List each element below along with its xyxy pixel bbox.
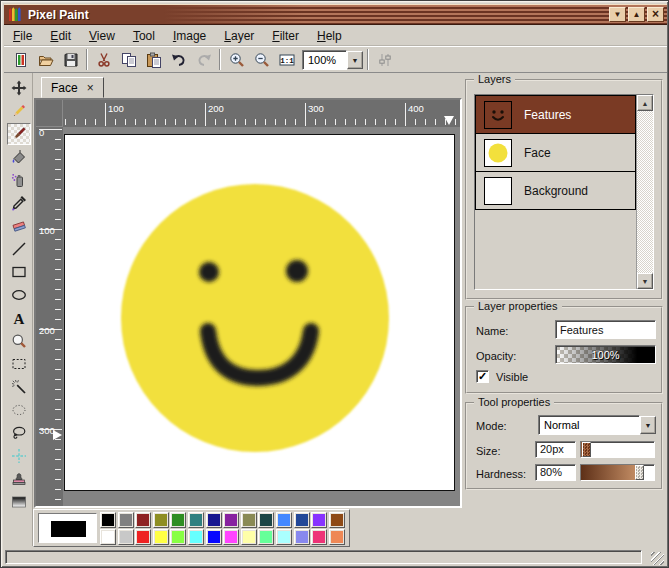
- color-swatch[interactable]: [294, 529, 310, 545]
- color-swatch[interactable]: [311, 512, 327, 528]
- color-swatch[interactable]: [276, 529, 292, 545]
- magnifier-tool[interactable]: [7, 330, 31, 352]
- line-tool[interactable]: [7, 238, 31, 260]
- new-file-icon[interactable]: [8, 48, 33, 71]
- menu-help[interactable]: Help: [308, 27, 351, 45]
- color-swatch[interactable]: [223, 529, 239, 545]
- color-swatch[interactable]: [170, 512, 186, 528]
- scroll-up-icon[interactable]: ▲: [637, 95, 653, 111]
- magic-wand-tool[interactable]: [7, 376, 31, 398]
- lasso-tool[interactable]: [7, 422, 31, 444]
- color-swatch[interactable]: [329, 529, 345, 545]
- color-swatch[interactable]: [153, 529, 169, 545]
- mode-dropdown[interactable]: Normal ▼: [538, 415, 657, 435]
- color-swatch[interactable]: [135, 512, 151, 528]
- eraser-tool[interactable]: [7, 215, 31, 237]
- layer-row-background[interactable]: Background: [475, 171, 636, 210]
- tab-close-icon[interactable]: ×: [87, 81, 94, 95]
- free-select-tool[interactable]: [7, 399, 31, 421]
- color-swatch[interactable]: [241, 512, 257, 528]
- sliders-icon[interactable]: [372, 48, 397, 71]
- size-value[interactable]: 20px: [535, 441, 576, 458]
- open-file-icon[interactable]: [33, 48, 58, 71]
- layer-row-features[interactable]: Features: [475, 95, 636, 134]
- color-swatch[interactable]: [223, 512, 239, 528]
- zoom-out-icon[interactable]: [249, 48, 274, 71]
- rect-select-tool[interactable]: [7, 353, 31, 375]
- color-swatch[interactable]: [241, 529, 257, 545]
- color-swatch[interactable]: [188, 529, 204, 545]
- visible-checkbox[interactable]: ✓: [476, 370, 489, 383]
- mode-dropdown-arrow-icon[interactable]: ▼: [640, 416, 656, 434]
- ruler-tick: [55, 449, 61, 450]
- canvas-image[interactable]: [64, 134, 455, 491]
- color-swatch[interactable]: [311, 529, 327, 545]
- tab-face[interactable]: Face ×: [41, 77, 104, 98]
- opacity-slider[interactable]: 100%: [555, 345, 656, 364]
- color-swatch[interactable]: [206, 512, 222, 528]
- minimize-button[interactable]: ▼: [609, 7, 626, 22]
- copy-icon[interactable]: [116, 48, 141, 71]
- gradient-tool[interactable]: [7, 491, 31, 513]
- scroll-down-icon[interactable]: ▼: [637, 273, 653, 289]
- color-swatch[interactable]: [294, 512, 310, 528]
- move-tool[interactable]: [7, 77, 31, 99]
- color-swatch[interactable]: [153, 512, 169, 528]
- zoom-level-dropdown[interactable]: 100%▼: [302, 50, 364, 70]
- ruler-tick: [355, 119, 356, 125]
- color-swatch[interactable]: [118, 529, 134, 545]
- clone-stamp-tool[interactable]: [7, 468, 31, 490]
- hardness-slider[interactable]: [580, 464, 655, 481]
- resize-grip-icon[interactable]: [651, 552, 664, 565]
- menu-tool[interactable]: Tool: [124, 27, 164, 45]
- color-swatch[interactable]: [329, 512, 345, 528]
- cut-icon[interactable]: [91, 48, 116, 71]
- menu-image[interactable]: Image: [164, 27, 215, 45]
- hardness-value[interactable]: 80%: [535, 464, 576, 481]
- menu-layer[interactable]: Layer: [215, 27, 263, 45]
- ellipse-tool[interactable]: [7, 284, 31, 306]
- rectangle-tool[interactable]: [7, 261, 31, 283]
- menu-filter[interactable]: Filter: [263, 27, 308, 45]
- paintbrush-tool[interactable]: [7, 123, 31, 145]
- color-swatch[interactable]: [206, 529, 222, 545]
- app-window: Pixel Paint ▼▲× FileEditViewToolImageLay…: [0, 0, 669, 568]
- fill-bucket-tool[interactable]: [7, 146, 31, 168]
- title-bar[interactable]: Pixel Paint ▼▲×: [4, 4, 667, 25]
- layer-list-scrollbar[interactable]: ▲▼: [636, 95, 653, 289]
- slider-thumb[interactable]: [635, 465, 644, 480]
- layer-row-face[interactable]: Face: [475, 133, 636, 172]
- layer-name-input[interactable]: [555, 320, 656, 339]
- color-swatch[interactable]: [258, 529, 274, 545]
- maximize-button[interactable]: ▲: [628, 7, 645, 22]
- color-swatch[interactable]: [170, 529, 186, 545]
- ruler-tick: [55, 419, 61, 420]
- undo-icon[interactable]: [166, 48, 191, 71]
- pencil-tool[interactable]: [7, 100, 31, 122]
- color-swatch[interactable]: [258, 512, 274, 528]
- menu-file[interactable]: File: [4, 27, 41, 45]
- zoom-in-icon[interactable]: [224, 48, 249, 71]
- size-slider[interactable]: [580, 441, 655, 458]
- current-color-well[interactable]: [38, 513, 97, 543]
- actual-size-icon[interactable]: 1:1: [274, 48, 299, 71]
- color-swatch[interactable]: [118, 512, 134, 528]
- airbrush-tool[interactable]: [7, 169, 31, 191]
- color-swatch[interactable]: [188, 512, 204, 528]
- text-tool[interactable]: A: [7, 307, 31, 329]
- slider-thumb[interactable]: [582, 442, 591, 457]
- menu-edit[interactable]: Edit: [41, 27, 80, 45]
- color-swatch[interactable]: [100, 529, 116, 545]
- eyedropper-tool[interactable]: [7, 192, 31, 214]
- color-swatch[interactable]: [100, 512, 116, 528]
- zoom-dropdown-arrow-icon[interactable]: ▼: [347, 51, 363, 69]
- color-swatch[interactable]: [135, 529, 151, 545]
- menu-view[interactable]: View: [80, 27, 124, 45]
- close-button[interactable]: ×: [647, 7, 664, 22]
- save-file-icon[interactable]: [58, 48, 83, 71]
- redo-icon[interactable]: [191, 48, 216, 71]
- paste-icon[interactable]: [141, 48, 166, 71]
- canvas-viewport[interactable]: [63, 127, 460, 506]
- color-swatch[interactable]: [276, 512, 292, 528]
- crosshair-tool[interactable]: [7, 445, 31, 467]
